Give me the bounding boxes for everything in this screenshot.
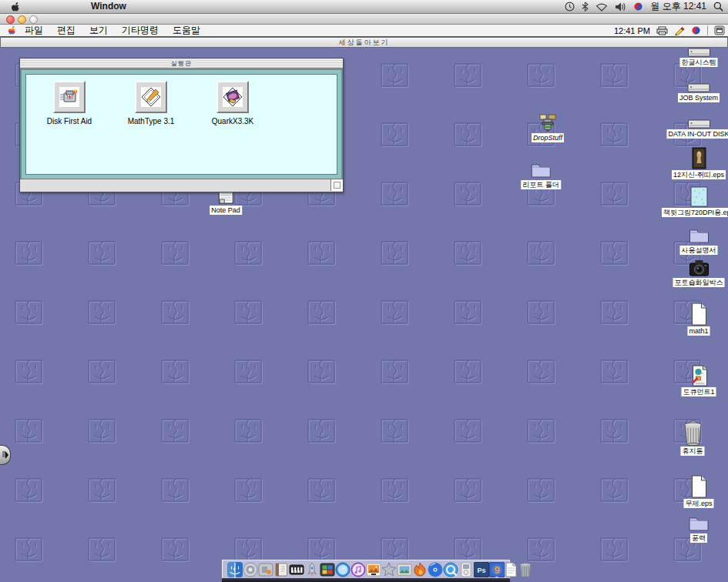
- apple-menu-icon[interactable]: [11, 2, 20, 12]
- quark-icon[interactable]: [216, 81, 249, 113]
- screen: Window 월 오후 12:41: [0, 0, 728, 582]
- dock-star-icon[interactable]: [381, 561, 397, 577]
- desktop-icon-manual-folder[interactable]: 사용설명서: [680, 226, 718, 255]
- menubar-clock[interactable]: 월 오후 12:41: [650, 0, 706, 13]
- dock-flame-icon[interactable]: [412, 561, 428, 577]
- menu-file[interactable]: 파일: [18, 24, 50, 37]
- hard-disk-icon: [687, 119, 710, 129]
- dock-classic-utility-icon[interactable]: [258, 561, 273, 577]
- dock-itunes-icon[interactable]: [351, 561, 366, 577]
- camera-icon: [688, 258, 710, 277]
- desktop-icon-job-system[interactable]: JOB System: [678, 83, 720, 102]
- desktop-icon-report-folder[interactable]: 리포트 폴더: [521, 161, 561, 189]
- dock-photoshop-icon[interactable]: Ps: [474, 561, 489, 577]
- dock-tiles-icon[interactable]: [320, 561, 335, 577]
- dock-system-preferences-icon[interactable]: [243, 561, 258, 577]
- printer-icon[interactable]: [656, 26, 668, 35]
- window-menu[interactable]: Window: [91, 1, 126, 12]
- menu-view[interactable]: 보기: [82, 24, 115, 37]
- launcher-item-disk-first-aid[interactable]: Disk First Aid: [40, 81, 99, 125]
- dock-dvd-player-icon[interactable]: [428, 561, 443, 577]
- icon-label: 사용설명서: [680, 246, 718, 255]
- desktop-icon-photoshop-filebox[interactable]: 포토숍화일박스: [673, 258, 725, 287]
- launcher-item-label: MathType 3.1: [128, 117, 175, 125]
- document-icon: [689, 303, 708, 326]
- dock-safari-icon[interactable]: [335, 561, 351, 577]
- document-icon: [689, 365, 708, 386]
- dock-iphoto-icon[interactable]: [366, 561, 381, 577]
- minimize-button[interactable]: [18, 15, 26, 24]
- desktop-icon-math1[interactable]: math1: [687, 303, 710, 336]
- airport-icon[interactable]: [595, 2, 608, 12]
- launcher-titlebar[interactable]: 실행판: [20, 59, 343, 69]
- dock-rocket-icon[interactable]: [304, 561, 320, 577]
- dock-image-box-icon[interactable]: [397, 561, 412, 577]
- desktop-icon-wind-folder[interactable]: 풍력: [688, 514, 710, 543]
- dock-keyboard-icon[interactable]: [289, 561, 304, 577]
- eps-image-icon: [692, 147, 706, 169]
- classic-menubar: 파일 편집 보기 기타명령 도움말 12:41 PM: [0, 25, 728, 37]
- desktop-icon-dropstuff[interactable]: DropStuff: [532, 114, 564, 142]
- dock-front-edge: [222, 578, 510, 582]
- close-button[interactable]: [6, 15, 15, 24]
- eps-image-icon: [690, 186, 708, 207]
- launcher-scrollbar[interactable]: [20, 179, 343, 192]
- desktop-icon-document1[interactable]: 도큐먼트1: [681, 365, 716, 396]
- desktop[interactable]: 실행판 Disk First Aid MathType 3.1: [0, 47, 728, 582]
- launcher-item-label: Disk First Aid: [47, 117, 92, 125]
- classic-window-titlebar[interactable]: [0, 14, 728, 25]
- launcher-item-quark[interactable]: QuarkX3.3K: [203, 81, 262, 125]
- volume-icon[interactable]: [615, 2, 626, 12]
- svg-text:Ps: Ps: [477, 567, 485, 574]
- icon-label: Note Pad: [210, 206, 242, 215]
- zoom-button[interactable]: [29, 15, 38, 24]
- folder-icon: [688, 226, 710, 245]
- collapsed-window-titlebar[interactable]: 세상돌아보기: [0, 37, 728, 48]
- application-switcher-icon[interactable]: [714, 25, 725, 35]
- icon-label: 12지신-쥐띠.eps: [672, 170, 726, 179]
- classic-clock[interactable]: 12:41 PM: [614, 26, 650, 35]
- icon-label: DATA IN-OUT DISK: [666, 129, 728, 139]
- launcher-item-label: QuarkX3.3K: [212, 117, 253, 125]
- menubar-separator: [707, 25, 708, 35]
- launcher-window[interactable]: 실행판 Disk First Aid MathType 3.1: [19, 58, 344, 192]
- menu-other-commands[interactable]: 기타명령: [115, 24, 166, 37]
- dock-ipod-icon[interactable]: [458, 561, 474, 577]
- desktop-icon-bookback-eps[interactable]: 책뒷그림720DPI용.eps: [662, 186, 728, 217]
- spotlight-icon[interactable]: [713, 2, 723, 12]
- dock-trash-icon[interactable]: [518, 561, 533, 577]
- dock[interactable]: Ps 9: [222, 560, 510, 578]
- menu-help[interactable]: 도움말: [166, 24, 207, 37]
- desktop-icon-untitled-eps[interactable]: 무제.eps: [683, 475, 713, 508]
- desktop-icon-hangul-system[interactable]: 한글시스템: [680, 48, 718, 67]
- dock-classic-9-icon[interactable]: 9: [489, 561, 505, 577]
- dock-quicktime-icon[interactable]: [443, 561, 458, 577]
- icon-label: 풍력: [690, 534, 707, 543]
- clock-icon[interactable]: [565, 2, 575, 12]
- desktop-icon-data-inout-disk[interactable]: DATA IN-OUT DISK: [666, 119, 728, 139]
- disk-first-aid-icon[interactable]: [53, 81, 86, 113]
- classic-apple-menu-icon[interactable]: [8, 25, 16, 35]
- icon-label: 포토숍화일박스: [673, 278, 725, 287]
- expand-arrow-icon: [2, 450, 8, 460]
- hard-disk-icon: [687, 48, 710, 57]
- svg-text:9: 9: [494, 564, 499, 576]
- launcher-item-mathtype[interactable]: MathType 3.1: [122, 81, 180, 125]
- icon-label: 무제.eps: [683, 499, 713, 508]
- menu-edit[interactable]: 편집: [50, 24, 82, 37]
- trash-icon: [683, 420, 703, 446]
- taegeuk-input-icon[interactable]: [691, 25, 701, 35]
- desktop-icon-zodiac-eps[interactable]: 12지신-쥐띠.eps: [672, 147, 726, 179]
- korean-flag-icon[interactable]: [633, 2, 643, 12]
- bluetooth-icon[interactable]: [582, 2, 589, 12]
- folder-icon: [530, 161, 552, 179]
- collapsed-window-title: 세상돌아보기: [339, 38, 390, 48]
- dock-document-icon[interactable]: [505, 561, 518, 577]
- ink-pencil-icon[interactable]: [674, 26, 685, 35]
- desktop-icon-trash[interactable]: 휴지통: [681, 420, 705, 456]
- dock-dictionary-icon[interactable]: [273, 561, 289, 577]
- resize-handle[interactable]: [330, 179, 343, 191]
- mathtype-icon[interactable]: [135, 81, 167, 113]
- dock-finder-icon[interactable]: [227, 561, 243, 577]
- icon-label: JOB System: [678, 93, 720, 102]
